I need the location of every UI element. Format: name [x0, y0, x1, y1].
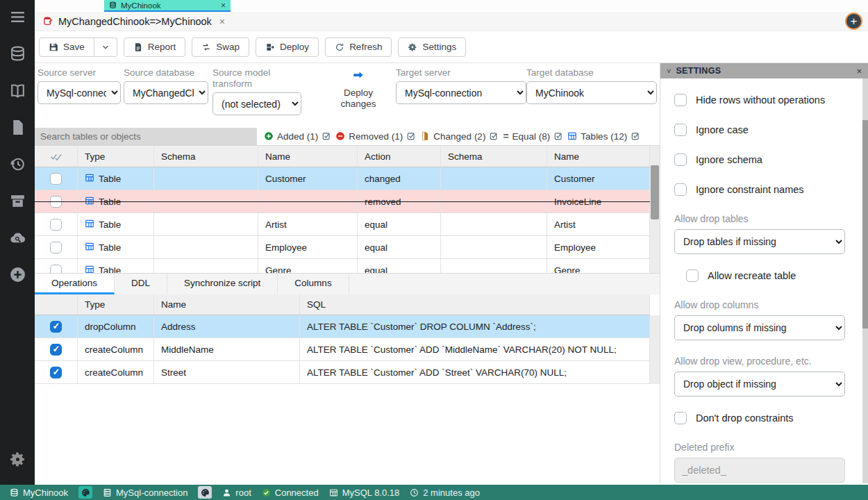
diff-scrollbar[interactable]	[650, 146, 660, 273]
diff-row-invoiceline[interactable]: Table removed InvoiceLine	[35, 190, 650, 213]
save-dropdown-button[interactable]	[94, 38, 117, 57]
status-connection[interactable]: Connected	[262, 488, 319, 498]
allow-drop-view-select[interactable]: Drop object if missing	[674, 372, 845, 397]
cloud-search-icon[interactable]	[8, 228, 26, 247]
operation-checkbox[interactable]	[50, 321, 62, 333]
tab-ddl[interactable]: DDL	[115, 274, 167, 294]
diff-row-artist[interactable]: Table Artist equal Artist	[35, 213, 650, 236]
source-model-transform-select[interactable]: (not selected)	[212, 92, 301, 115]
settings-scrollbar[interactable]	[862, 78, 868, 483]
checkbox-hide-rows[interactable]: Hide rows without operations	[674, 94, 868, 106]
diff-row-customer[interactable]: Table Customer changed Customer	[35, 167, 650, 190]
hide-rows-checkbox[interactable]	[674, 94, 687, 106]
col-header-name-src[interactable]: Name	[258, 146, 358, 167]
settings-scrollbar-thumb[interactable]	[862, 120, 868, 328]
ignore-schema-checkbox[interactable]	[674, 153, 687, 166]
operation-checkbox[interactable]	[50, 367, 62, 378]
settings-gear-icon[interactable]	[8, 450, 26, 468]
menu-icon[interactable]	[8, 8, 26, 26]
diff-row-employee[interactable]: Table Employee equal Employee	[35, 236, 650, 259]
swap-button[interactable]: Swap	[192, 38, 249, 57]
checkbox-checked-icon[interactable]	[406, 131, 416, 141]
row-checkbox[interactable]	[50, 173, 62, 185]
status-database[interactable]: MyChinook	[10, 488, 68, 498]
settings-panel-header[interactable]: ˅ SETTINGS ×	[660, 63, 868, 78]
allow-drop-tables-select[interactable]: Drop tables if missing	[674, 229, 845, 254]
status-user[interactable]: root	[222, 488, 251, 498]
ignore-constraint-names-checkbox[interactable]	[674, 183, 687, 196]
history-icon[interactable]	[8, 155, 26, 173]
checkbox-checked-icon[interactable]	[631, 131, 640, 141]
operation-row-dropcolumn[interactable]: dropColumn Address ALTER TABLE `Customer…	[35, 315, 650, 338]
tab-compare-document[interactable]: MyChangedChinook=>MyChinook ×	[43, 16, 225, 27]
checkbox-allow-recreate-table[interactable]: Allow recreate table	[686, 269, 868, 282]
filter-removed[interactable]: Removed (1)	[335, 131, 416, 142]
checkbox-ignore-schema[interactable]: Ignore schema	[674, 153, 868, 166]
operation-checkbox[interactable]	[50, 344, 62, 356]
settings-button[interactable]: Settings	[398, 38, 466, 57]
checkbox-ignore-constraint-names[interactable]: Ignore constraint names	[674, 183, 868, 196]
status-updated[interactable]: 2 minutes ago	[410, 488, 480, 498]
checkbox-ignore-case[interactable]: Ignore case	[674, 124, 868, 136]
allow-drop-columns-select[interactable]: Drop columns if missing	[674, 315, 845, 340]
new-tab-button[interactable]: +	[845, 12, 862, 30]
tab-operations[interactable]: Operations	[35, 274, 115, 294]
checkbox-dont-drop-constraints[interactable]: Don't drop constraints	[674, 412, 868, 424]
checkbox-checked-icon[interactable]	[553, 131, 563, 141]
tab-synchronize-script[interactable]: Synchronize script	[167, 274, 278, 294]
col-header-name-dst[interactable]: Name	[547, 146, 650, 167]
row-checkbox[interactable]	[50, 196, 62, 208]
search-input[interactable]	[35, 128, 257, 145]
file-icon[interactable]	[8, 118, 26, 136]
database-icon[interactable]	[8, 44, 26, 62]
tab-columns[interactable]: Columns	[278, 274, 349, 294]
connection-color-button[interactable]	[198, 486, 212, 499]
deploy-button[interactable]: Deploy	[256, 38, 319, 57]
filter-changed[interactable]: Changed (2)	[420, 131, 499, 142]
checkbox-checked-icon[interactable]	[322, 131, 331, 141]
row-checkbox[interactable]	[50, 265, 62, 274]
col-header-action[interactable]: Action	[358, 146, 441, 167]
status-server[interactable]: MySql-connection	[103, 488, 187, 498]
source-server-select[interactable]: MySql-connection	[37, 81, 121, 104]
row-checkbox[interactable]	[50, 219, 62, 231]
close-icon[interactable]: ×	[856, 66, 862, 76]
operations-scrollbar[interactable]	[650, 315, 660, 384]
target-database-select[interactable]: MyChinook	[526, 81, 657, 104]
operation-row-createcolumn-middlename[interactable]: createColumn MiddleName ALTER TABLE `Cus…	[35, 338, 650, 361]
archive-icon[interactable]	[8, 192, 26, 210]
filter-equal[interactable]: = Equal (8)	[503, 131, 563, 142]
col-header-schema-dst[interactable]: Schema	[441, 146, 547, 167]
checkbox-checked-icon[interactable]	[489, 131, 499, 141]
ops-header-type[interactable]: Type	[78, 294, 154, 315]
col-header-type[interactable]: Type	[78, 146, 154, 167]
ops-header-name[interactable]: Name	[154, 294, 300, 315]
close-icon[interactable]: ×	[221, 1, 226, 10]
diff-row-genre[interactable]: Table Genre equal Genre	[35, 259, 650, 273]
col-header-schema-src[interactable]: Schema	[154, 146, 258, 167]
refresh-button[interactable]: Refresh	[325, 38, 392, 57]
allow-recreate-table-checkbox[interactable]	[686, 269, 699, 282]
tab-mychinook[interactable]: MyChinook ×	[104, 0, 231, 12]
row-checkbox[interactable]	[50, 242, 62, 253]
save-button[interactable]: Save	[39, 38, 94, 57]
add-connection-icon[interactable]	[8, 265, 26, 283]
filter-tables[interactable]: Tables (12)	[567, 131, 640, 142]
close-icon[interactable]: ×	[219, 16, 225, 27]
chevron-down-icon[interactable]: ˅	[667, 67, 671, 75]
database-color-button[interactable]	[78, 486, 92, 499]
status-engine[interactable]: MySQL 8.0.18	[329, 488, 400, 498]
operation-row-createcolumn-street[interactable]: createColumn Street ALTER TABLE `Custome…	[35, 361, 650, 384]
book-icon[interactable]	[8, 81, 26, 99]
report-button[interactable]: Report	[124, 38, 186, 57]
target-server-select[interactable]: MySql-connection	[396, 81, 526, 104]
source-database-select[interactable]: MyChangedChinook	[124, 81, 208, 104]
deploy-changes-block[interactable]: Deploy changes	[331, 69, 386, 110]
ignore-case-checkbox[interactable]	[674, 124, 687, 136]
diff-scrollbar-thumb[interactable]	[651, 165, 659, 219]
ops-header-sql[interactable]: SQL	[300, 294, 650, 315]
deleted-prefix-input[interactable]	[674, 458, 845, 483]
select-all-header[interactable]	[35, 146, 78, 167]
filter-added[interactable]: Added (1)	[264, 131, 331, 142]
dont-drop-constraints-checkbox[interactable]	[674, 412, 687, 424]
